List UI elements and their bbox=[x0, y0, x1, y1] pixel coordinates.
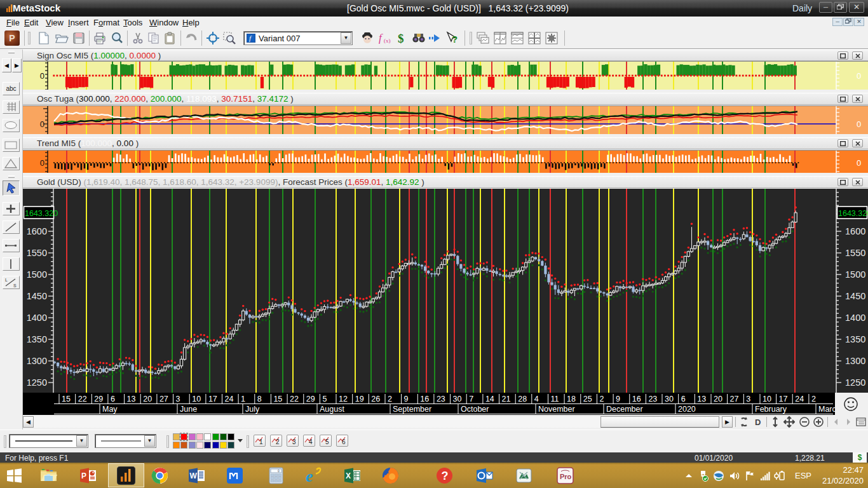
svg-text:26: 26 bbox=[371, 395, 380, 403]
svg-text:22: 22 bbox=[78, 395, 87, 403]
svg-text:July: July bbox=[245, 405, 260, 414]
svg-text:29: 29 bbox=[306, 395, 315, 403]
svg-text:f: f bbox=[379, 32, 383, 44]
svg-text:1450: 1450 bbox=[845, 291, 865, 301]
svg-text:October: October bbox=[461, 405, 489, 414]
svg-text:1550: 1550 bbox=[27, 248, 47, 258]
svg-text:0: 0 bbox=[278, 469, 280, 473]
svg-text:(x): (x) bbox=[384, 37, 391, 44]
svg-text:8: 8 bbox=[257, 395, 262, 403]
svg-text:5: 5 bbox=[322, 395, 327, 403]
svg-text:2: 2 bbox=[599, 395, 604, 403]
svg-text:2: 2 bbox=[388, 395, 392, 403]
svg-text:17: 17 bbox=[779, 395, 788, 403]
svg-text:20: 20 bbox=[714, 395, 722, 403]
svg-text:1500: 1500 bbox=[845, 269, 865, 280]
svg-text:L: L bbox=[5, 278, 8, 282]
svg-text:6: 6 bbox=[342, 438, 346, 445]
svg-text:Marc: Marc bbox=[818, 405, 836, 414]
svg-text:1350: 1350 bbox=[845, 334, 865, 344]
svg-text:15: 15 bbox=[273, 395, 282, 403]
svg-text:23: 23 bbox=[648, 395, 657, 403]
svg-text:e: e bbox=[306, 467, 313, 485]
svg-text:0: 0 bbox=[857, 158, 861, 168]
svg-text:2: 2 bbox=[276, 438, 280, 445]
svg-text:7: 7 bbox=[469, 395, 473, 403]
svg-text:0: 0 bbox=[40, 71, 44, 81]
svg-text:1300: 1300 bbox=[27, 356, 47, 366]
svg-text:6: 6 bbox=[681, 395, 686, 403]
svg-text:1300: 1300 bbox=[845, 356, 865, 366]
svg-text:14: 14 bbox=[485, 395, 494, 403]
svg-text:19: 19 bbox=[355, 395, 364, 403]
svg-text:16: 16 bbox=[420, 395, 429, 403]
svg-text:X: X bbox=[346, 471, 351, 480]
svg-text:3: 3 bbox=[746, 395, 750, 403]
svg-text:2: 2 bbox=[811, 395, 816, 403]
svg-text:1550: 1550 bbox=[845, 248, 865, 258]
svg-text:1643.320: 1643.320 bbox=[25, 209, 58, 218]
svg-text:29: 29 bbox=[94, 395, 103, 403]
svg-text:1500: 1500 bbox=[27, 269, 47, 280]
svg-text:9: 9 bbox=[616, 395, 620, 403]
svg-text:10: 10 bbox=[763, 395, 771, 403]
svg-text:10: 10 bbox=[192, 395, 201, 403]
svg-text:4: 4 bbox=[309, 438, 313, 445]
svg-text:16: 16 bbox=[632, 395, 641, 403]
svg-text:1643.320: 1643.320 bbox=[838, 209, 868, 218]
svg-text:0: 0 bbox=[857, 71, 861, 81]
svg-text:November: November bbox=[538, 405, 575, 414]
svg-text:$: $ bbox=[398, 32, 404, 45]
svg-text:28: 28 bbox=[518, 395, 527, 403]
svg-text:13: 13 bbox=[697, 395, 706, 403]
svg-text:P: P bbox=[81, 471, 86, 480]
svg-text:27: 27 bbox=[730, 395, 739, 403]
svg-text:1: 1 bbox=[259, 438, 263, 445]
svg-text:3: 3 bbox=[292, 438, 296, 445]
svg-text:9: 9 bbox=[404, 395, 409, 403]
svg-text:W: W bbox=[190, 471, 198, 480]
svg-text:22: 22 bbox=[290, 395, 299, 403]
svg-text:5: 5 bbox=[325, 438, 329, 445]
svg-text:0: 0 bbox=[40, 158, 44, 168]
svg-text:20: 20 bbox=[143, 395, 152, 403]
svg-text:1600: 1600 bbox=[27, 226, 47, 236]
svg-text:June: June bbox=[180, 405, 197, 414]
svg-text:1250: 1250 bbox=[27, 377, 47, 388]
svg-text:?: ? bbox=[452, 34, 458, 44]
svg-text:1: 1 bbox=[241, 395, 245, 403]
svg-text:18: 18 bbox=[567, 395, 576, 403]
svg-text:30: 30 bbox=[453, 395, 462, 403]
svg-text:25: 25 bbox=[583, 395, 592, 403]
svg-text:1400: 1400 bbox=[27, 313, 47, 323]
svg-text:S: S bbox=[13, 283, 17, 288]
svg-text:1250: 1250 bbox=[845, 377, 865, 388]
svg-text:15: 15 bbox=[62, 395, 71, 403]
svg-text:February: February bbox=[755, 405, 787, 414]
svg-text:?: ? bbox=[442, 470, 449, 482]
svg-text:24: 24 bbox=[795, 395, 804, 403]
svg-text:December: December bbox=[606, 405, 643, 414]
svg-text:Pro: Pro bbox=[560, 473, 572, 480]
svg-text:0: 0 bbox=[40, 119, 44, 129]
svg-text:11: 11 bbox=[551, 395, 559, 403]
svg-text:27: 27 bbox=[159, 395, 168, 403]
svg-text:3: 3 bbox=[176, 395, 180, 403]
svg-text:30: 30 bbox=[665, 395, 674, 403]
svg-text:0: 0 bbox=[857, 119, 861, 129]
svg-text:May: May bbox=[102, 405, 118, 414]
svg-text:13: 13 bbox=[127, 395, 136, 403]
svg-text:4: 4 bbox=[534, 395, 539, 403]
svg-text:24: 24 bbox=[225, 395, 234, 403]
svg-text:D: D bbox=[755, 417, 761, 427]
svg-text:23: 23 bbox=[437, 395, 445, 403]
svg-text:August: August bbox=[320, 405, 344, 414]
svg-text:17: 17 bbox=[208, 395, 217, 403]
svg-text:21: 21 bbox=[502, 395, 511, 403]
svg-text:1600: 1600 bbox=[845, 226, 865, 236]
svg-text:12: 12 bbox=[339, 395, 348, 403]
svg-text:1450: 1450 bbox=[27, 291, 47, 301]
svg-text:1350: 1350 bbox=[27, 334, 47, 344]
svg-text:September: September bbox=[393, 405, 431, 414]
svg-text:2020: 2020 bbox=[678, 405, 696, 414]
